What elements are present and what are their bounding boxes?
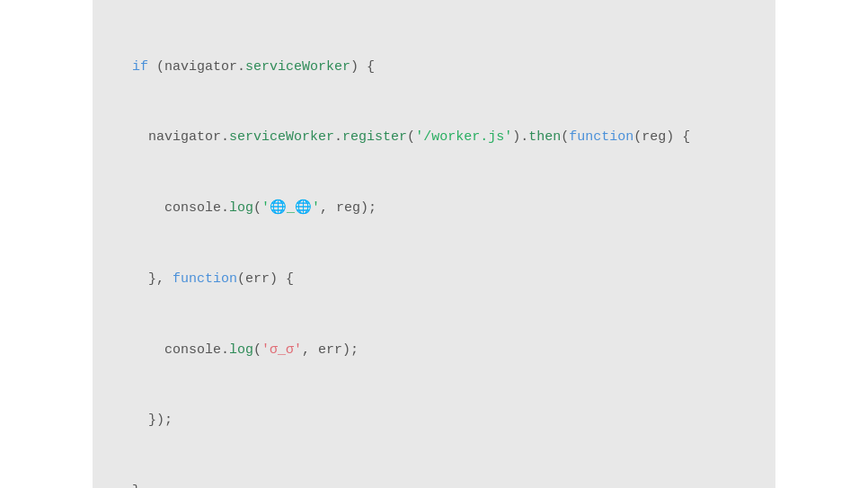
code-line-1: if (navigator.serviceWorker) { [132, 56, 736, 79]
code-container: // Install Service Worker if (navigator.… [93, 0, 775, 488]
code-line-4: }, function(err) { [132, 268, 736, 291]
code-line-comment: // Install Service Worker [132, 0, 736, 8]
code-line-2: navigator.serviceWorker.register('/worke… [132, 126, 736, 149]
code-line-5: console.log('σ_σ', err); [132, 339, 736, 362]
code-line-6: }); [132, 409, 736, 432]
code-line-3: console.log('🌐_🌐', reg); [132, 197, 736, 220]
code-block: // Install Service Worker if (navigator.… [132, 0, 736, 488]
code-line-7: } [132, 480, 736, 488]
